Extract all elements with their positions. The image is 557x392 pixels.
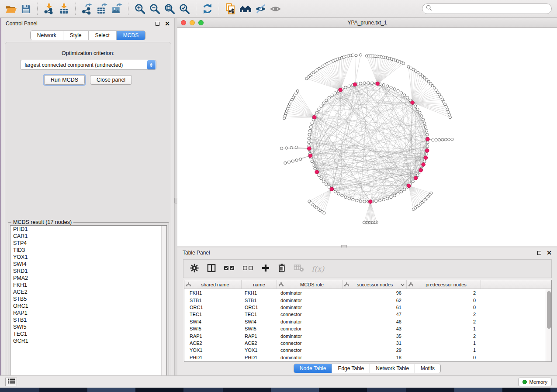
network-graph[interactable] <box>177 28 557 246</box>
column-header-predecessor-nodes[interactable]: predecessor nodes <box>407 280 481 289</box>
delete-column-button[interactable] <box>277 263 286 274</box>
mcds-result-item[interactable]: STB5 <box>10 296 166 303</box>
export-image-button[interactable] <box>109 1 124 16</box>
table-cell: RAP1 <box>242 334 277 339</box>
memory-button[interactable]: Memory <box>518 378 552 386</box>
tab-network[interactable]: Network <box>31 31 63 40</box>
float-panel-icon[interactable] <box>537 251 541 255</box>
mcds-list-scrollbar[interactable] <box>161 226 166 381</box>
mcds-result-item[interactable]: ACE2 <box>10 289 166 296</box>
mcds-result-item[interactable]: GCR1 <box>10 337 166 344</box>
table-row[interactable]: ORC1ORC1dominator610 <box>184 304 546 311</box>
column-header-mcds-role[interactable]: MCDS role <box>277 280 343 289</box>
mcds-result-item[interactable]: CAR1 <box>10 233 166 240</box>
column-header-shared-name[interactable]: shared name <box>184 280 242 289</box>
mcds-result-item[interactable]: SWI4 <box>10 261 166 268</box>
mcds-result-item[interactable]: YOX1 <box>10 254 166 261</box>
table-row[interactable]: FKH1FKH1dominator962 <box>184 289 546 296</box>
import-network-button[interactable] <box>42 1 56 16</box>
table-row[interactable]: PHD1PHD1dominator180 <box>184 354 546 361</box>
home-icon <box>239 3 252 15</box>
tab-network-table[interactable]: Network Table <box>370 364 415 373</box>
tab-style[interactable]: Style <box>63 31 88 40</box>
tab-edge-table[interactable]: Edge Table <box>332 364 370 373</box>
network-canvas[interactable] <box>177 28 557 246</box>
save-button[interactable] <box>18 1 33 16</box>
deselect-all-button[interactable] <box>242 264 254 273</box>
table-row[interactable]: SWI4SWI4dominator462 <box>184 318 546 325</box>
column-header-name[interactable]: name <box>242 280 277 289</box>
mcds-result-item[interactable]: RAP1 <box>10 309 166 316</box>
close-panel-icon[interactable]: ✕ <box>547 250 552 256</box>
network-window: YPA_prune.txt_1 <box>177 18 557 246</box>
show-all-button[interactable] <box>268 1 283 16</box>
refresh-button[interactable] <box>200 1 215 16</box>
export-table-button[interactable] <box>94 1 109 16</box>
home-button[interactable] <box>238 1 253 16</box>
zoom-fit-button[interactable] <box>162 1 177 16</box>
scrollbar-thumb[interactable] <box>547 291 551 329</box>
mcds-result-item[interactable]: TEC1 <box>10 330 166 337</box>
mcds-result-item[interactable]: PMA2 <box>10 275 166 282</box>
table-row[interactable]: YOX1YOX1connector291 <box>184 347 546 354</box>
mcds-result-item[interactable]: SRD1 <box>10 268 166 275</box>
hide-selected-button[interactable] <box>253 1 268 16</box>
minimize-window-icon[interactable] <box>190 20 195 25</box>
add-column-button[interactable] <box>261 264 270 274</box>
function-builder-icon: f(x) <box>311 265 324 273</box>
tab-motifs[interactable]: Motifs <box>415 364 440 373</box>
import-table-button[interactable] <box>56 1 71 16</box>
control-panel-header: Control Panel ✕ <box>1 18 174 29</box>
export-network-button[interactable] <box>80 1 94 16</box>
mcds-result-item[interactable]: STP4 <box>10 240 166 247</box>
table-row[interactable]: SWI5SWI5connector431 <box>184 325 546 332</box>
mcds-result-item[interactable]: ORC1 <box>10 303 166 309</box>
zoom-out-button[interactable] <box>147 1 162 16</box>
zoom-in-button[interactable] <box>132 1 147 16</box>
table-row[interactable]: ACE2ACE2connector311 <box>184 340 546 347</box>
tab-select[interactable]: Select <box>88 31 116 40</box>
zoom-selected-button[interactable] <box>177 1 192 16</box>
table-settings-button[interactable] <box>190 263 199 274</box>
zoom-fit-icon <box>164 3 176 15</box>
table-cell: SWI5 <box>184 326 242 331</box>
open-file-button[interactable] <box>3 1 18 16</box>
close-window-icon[interactable] <box>181 20 186 25</box>
mcds-result-item[interactable]: PHD1 <box>10 226 166 233</box>
memory-status-icon <box>522 380 527 384</box>
table-row[interactable]: RAP1RAP1dominator352 <box>184 332 546 339</box>
mcds-result-item[interactable]: STB1 <box>10 316 166 323</box>
task-history-button[interactable] <box>5 378 17 386</box>
toolbar-separator <box>196 3 196 15</box>
mcds-result-list[interactable]: PHD1CAR1STP4TID3YOX1SWI4SRD1PMA2FKH1ACE2… <box>10 225 167 382</box>
column-header-successor-nodes[interactable]: successor nodes <box>343 280 407 289</box>
show-all-icon <box>270 3 281 15</box>
tab-mcds[interactable]: MCDS <box>116 31 145 40</box>
table-scrollbar[interactable] <box>546 289 551 361</box>
table-row[interactable]: TEC1TEC1connector472 <box>184 311 546 318</box>
close-panel-button[interactable]: Close panel <box>90 75 132 85</box>
mcds-result-item[interactable]: SWI5 <box>10 323 166 330</box>
mcds-panel: Optimization criterion: largest connecte… <box>5 42 171 390</box>
float-panel-icon[interactable] <box>156 22 159 26</box>
share-document-button[interactable] <box>223 1 238 16</box>
select-all-button[interactable] <box>224 264 235 273</box>
table-row[interactable]: STB1STB1dominator620 <box>184 296 546 303</box>
optimization-criterion-select[interactable]: largest connected component (undirected) <box>20 60 156 70</box>
table-cell: 62 <box>343 298 407 303</box>
table-cell: 29 <box>343 347 407 353</box>
table-cell: dominator <box>277 355 343 360</box>
mcds-result-title: MCDS result (17 nodes) <box>11 219 73 225</box>
tab-node-table[interactable]: Node Table <box>294 364 332 373</box>
show-column-panel-button[interactable] <box>207 263 216 274</box>
mcds-result-item[interactable]: FKH1 <box>10 282 166 289</box>
run-mcds-button[interactable]: Run MCDS <box>44 75 85 85</box>
maximize-window-icon[interactable] <box>198 20 204 25</box>
close-panel-icon[interactable]: ✕ <box>165 21 170 27</box>
node-table-body: FKH1FKH1dominator962STB1STB1dominator620… <box>184 289 546 361</box>
mcds-result-item[interactable]: TID3 <box>10 247 166 254</box>
table-cell: RAP1 <box>184 334 242 339</box>
dropdown-stepper-icon <box>147 60 156 69</box>
search-input[interactable] <box>434 6 548 12</box>
search-box[interactable] <box>422 3 552 14</box>
